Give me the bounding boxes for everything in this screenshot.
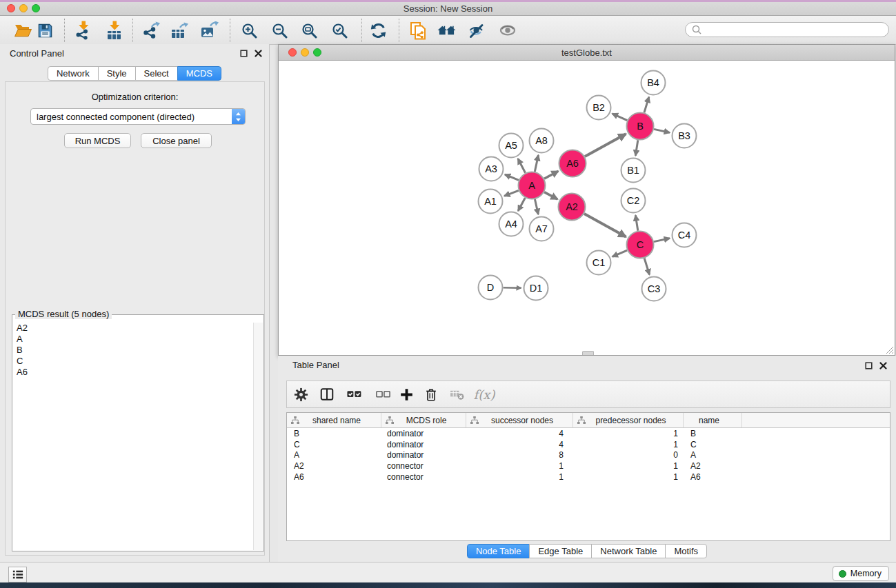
close-table-panel-icon[interactable] xyxy=(879,361,888,370)
run-mcds-button[interactable]: Run MCDS xyxy=(64,133,131,148)
tab-edge-table[interactable]: Edge Table xyxy=(529,544,592,558)
node-C4[interactable]: C4 xyxy=(673,223,697,247)
edge-A-A5[interactable] xyxy=(518,159,526,173)
zoom-fit-button[interactable] xyxy=(297,20,321,41)
mcds-result-item[interactable]: A2 xyxy=(13,323,254,334)
node-B3[interactable]: B3 xyxy=(673,124,697,148)
node-table[interactable]: shared nameMCDS rolesuccessor nodesprede… xyxy=(286,412,890,541)
tab-select[interactable]: Select xyxy=(135,66,178,81)
task-history-button[interactable] xyxy=(8,567,27,582)
zoom-selected-button[interactable] xyxy=(328,20,351,41)
zoom-in-button[interactable] xyxy=(237,20,261,41)
edge-A-A8[interactable] xyxy=(535,155,538,172)
node-C3[interactable]: C3 xyxy=(642,277,666,301)
column-header-shared-name[interactable]: shared name xyxy=(287,413,381,427)
cell-name[interactable]: B xyxy=(684,429,742,438)
criterion-select[interactable]: largest connected component (directed) xyxy=(30,108,246,125)
column-header-name[interactable]: name xyxy=(684,413,742,427)
canvas-splitter-handle[interactable] xyxy=(582,351,594,355)
cell-name[interactable]: A2 xyxy=(684,461,742,471)
delete-column-button[interactable] xyxy=(421,385,441,404)
search-box[interactable] xyxy=(685,22,889,37)
network-canvas[interactable]: AA1A2A3A4A5A6A7A8BB1B2B3B4CC1C2C3C4DD1 xyxy=(279,61,895,355)
result-list-scrollbar[interactable] xyxy=(253,323,263,550)
show-all-button[interactable] xyxy=(496,20,519,41)
node-A[interactable]: A xyxy=(519,172,546,199)
cell-mcds_role[interactable]: dominator xyxy=(381,440,466,449)
node-A5[interactable]: A5 xyxy=(499,134,524,158)
cell-shared_name[interactable]: A xyxy=(287,450,381,460)
tab-style[interactable]: Style xyxy=(98,66,136,81)
node-C[interactable]: C xyxy=(627,232,654,258)
export-table-button[interactable] xyxy=(168,20,191,41)
import-table-button[interactable] xyxy=(102,20,126,41)
mcds-result-item[interactable]: A xyxy=(13,334,254,345)
node-A3[interactable]: A3 xyxy=(479,157,504,181)
apply-layout-button[interactable] xyxy=(366,20,390,41)
cell-shared_name[interactable]: A2 xyxy=(287,461,381,471)
node-A7[interactable]: A7 xyxy=(530,217,554,241)
close-panel-icon[interactable] xyxy=(254,49,263,58)
cell-mcds_role[interactable]: dominator xyxy=(381,450,466,460)
table-row[interactable]: Cdominator41C xyxy=(287,439,890,450)
tab-motifs[interactable]: Motifs xyxy=(665,544,707,558)
node-D[interactable]: D xyxy=(479,276,503,300)
cell-mcds_role[interactable]: connector xyxy=(381,472,466,482)
close-panel-button[interactable]: Close panel xyxy=(141,133,212,148)
edge-A-A6[interactable] xyxy=(544,171,558,179)
node-B2[interactable]: B2 xyxy=(587,96,611,120)
cell-predecessor_nodes[interactable]: 1 xyxy=(573,440,684,449)
cell-shared_name[interactable]: C xyxy=(287,440,381,449)
node-A8[interactable]: A8 xyxy=(530,129,554,153)
column-header-successor-nodes[interactable]: successor nodes xyxy=(466,413,573,427)
edge-B-B2[interactable] xyxy=(613,114,628,121)
cell-predecessor_nodes[interactable]: 1 xyxy=(573,429,684,438)
table-row[interactable]: A6connector11A6 xyxy=(287,472,890,483)
edge-B-B1[interactable] xyxy=(635,140,638,156)
cell-shared_name[interactable]: B xyxy=(287,429,381,438)
cell-shared_name[interactable]: A6 xyxy=(287,472,381,482)
edge-A-A7[interactable] xyxy=(535,199,538,214)
deselect-all-button[interactable] xyxy=(372,385,393,404)
node-A4[interactable]: A4 xyxy=(499,212,524,236)
tab-node-table[interactable]: Node Table xyxy=(467,544,530,558)
column-header-predecessor-nodes[interactable]: predecessor nodes xyxy=(573,413,684,427)
node-D1[interactable]: D1 xyxy=(524,276,548,301)
cell-successor_nodes[interactable]: 1 xyxy=(466,472,573,482)
node-B1[interactable]: B1 xyxy=(621,159,646,183)
mcds-result-item[interactable]: B xyxy=(13,345,254,356)
import-network-button[interactable] xyxy=(71,20,94,41)
cell-successor_nodes[interactable]: 4 xyxy=(466,440,573,449)
search-input[interactable] xyxy=(705,24,888,36)
cell-successor_nodes[interactable]: 1 xyxy=(466,461,573,471)
network-graph[interactable]: AA1A2A3A4A5A6A7A8BB1B2B3B4CC1C2C3C4DD1 xyxy=(279,61,895,355)
export-image-button[interactable] xyxy=(197,20,221,41)
mcds-result-item[interactable]: C xyxy=(13,356,254,367)
destroy-table-button[interactable] xyxy=(447,385,468,404)
edge-C-C4[interactable] xyxy=(654,239,670,242)
cell-successor_nodes[interactable]: 4 xyxy=(466,429,573,438)
float-panel-icon[interactable] xyxy=(239,49,248,58)
tab-network-table[interactable]: Network Table xyxy=(591,544,666,558)
node-B4[interactable]: B4 xyxy=(641,71,666,95)
save-session-button[interactable] xyxy=(33,20,57,41)
cell-successor_nodes[interactable]: 8 xyxy=(466,450,573,460)
function-builder-button[interactable]: f(x) xyxy=(470,385,498,404)
edge-A-A3[interactable] xyxy=(505,174,519,180)
edge-A-A1[interactable] xyxy=(504,190,519,196)
node-A1[interactable]: A1 xyxy=(479,190,503,214)
cell-predecessor_nodes[interactable]: 1 xyxy=(573,461,684,471)
edge-C-C1[interactable] xyxy=(613,250,627,256)
resize-grip-icon[interactable] xyxy=(885,345,894,354)
tab-mcds[interactable]: MCDS xyxy=(177,66,221,81)
tab-network[interactable]: Network xyxy=(48,66,99,81)
cell-predecessor_nodes[interactable]: 1 xyxy=(573,472,684,482)
edge-A-A4[interactable] xyxy=(518,198,525,211)
mcds-result-item[interactable]: A6 xyxy=(13,367,254,378)
edge-B-B4[interactable] xyxy=(644,97,649,113)
table-row[interactable]: Bdominator41B xyxy=(287,428,890,439)
open-session-button[interactable] xyxy=(11,20,34,41)
edge-C-C3[interactable] xyxy=(644,258,649,275)
float-table-panel-icon[interactable] xyxy=(864,361,873,370)
export-network-button[interactable] xyxy=(139,20,162,41)
